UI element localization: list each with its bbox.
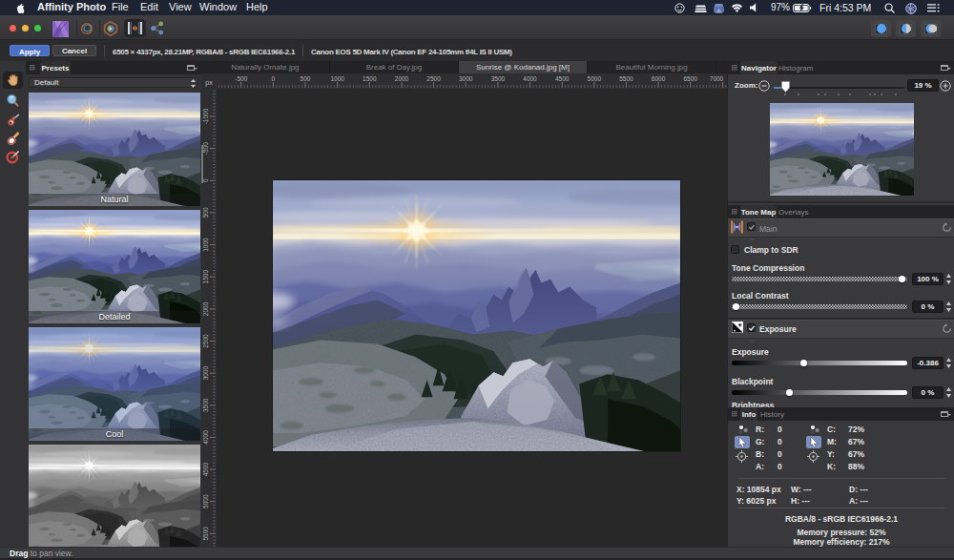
svg-text:2500: 2500	[202, 334, 209, 348]
svg-text:-500: -500	[235, 75, 247, 82]
svg-text:1500: 1500	[202, 270, 209, 284]
svg-text:4000: 4000	[523, 75, 537, 82]
svg-text:4500: 4500	[202, 462, 209, 476]
svg-text:3000: 3000	[459, 75, 473, 82]
svg-text:3500: 3500	[202, 398, 209, 412]
svg-text:5500: 5500	[202, 527, 209, 541]
svg-text:2000: 2000	[202, 301, 209, 316]
svg-text:4500: 4500	[555, 75, 570, 82]
svg-text:5000: 5000	[588, 75, 602, 82]
svg-text:1500: 1500	[363, 75, 377, 82]
svg-text:0: 0	[272, 75, 276, 82]
svg-text:4000: 4000	[202, 430, 209, 445]
svg-text:1000: 1000	[330, 75, 344, 82]
svg-text:2000: 2000	[395, 75, 409, 82]
svg-text:5500: 5500	[619, 75, 633, 82]
svg-text:2500: 2500	[426, 75, 441, 82]
svg-text:-500: -500	[202, 142, 209, 155]
svg-text:1000: 1000	[202, 238, 209, 252]
svg-text:0: 0	[202, 178, 209, 182]
svg-text:500: 500	[202, 207, 209, 218]
svg-text:3500: 3500	[491, 75, 506, 82]
svg-text:-1000: -1000	[202, 108, 209, 124]
svg-text:500: 500	[301, 75, 311, 82]
svg-text:6500: 6500	[683, 75, 697, 82]
svg-text:5000: 5000	[202, 494, 209, 508]
svg-text:3000: 3000	[202, 365, 209, 380]
svg-text:7000: 7000	[710, 75, 724, 82]
svg-text:6000: 6000	[652, 75, 666, 82]
